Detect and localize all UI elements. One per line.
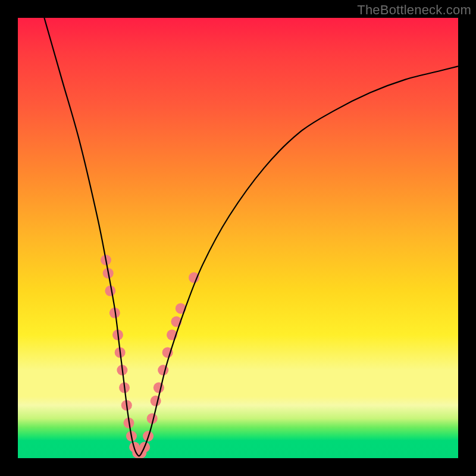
data-marker [189,273,199,283]
plot-area [18,18,458,458]
data-marker [154,383,164,393]
data-marker [105,286,115,296]
watermark-text: TheBottleneck.com [357,2,471,18]
bottleneck-curve [44,18,458,456]
chart-frame: TheBottleneck.com [0,0,476,476]
markers-layer [101,255,199,458]
data-marker [151,396,161,406]
chart-svg [18,18,458,458]
data-marker [158,365,168,375]
